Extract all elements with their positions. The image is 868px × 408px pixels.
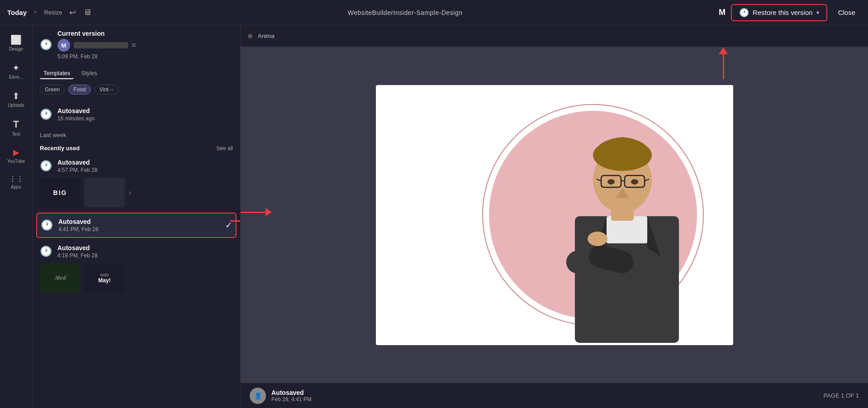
arrow-horiz-line — [241, 212, 266, 213]
version-item-457[interactable]: 🕐 Autosaved 4:57 PM, Feb 28 — [33, 154, 240, 178]
red-arrow-right — [230, 217, 241, 224]
history-icon-current: 🕐 — [40, 39, 52, 51]
sidebar-label-uploads: Uploads — [8, 103, 24, 108]
thumb-hello-may: hello May! — [98, 273, 110, 284]
tab-templates[interactable]: Templates — [40, 68, 74, 79]
main-layout: ⬜ Design ✦ Elem... ⬆ Uploads T Text ▶ Yo… — [0, 25, 868, 408]
sidebar-item-apps[interactable]: ⋮⋮ Apps — [3, 171, 30, 193]
sidebar-label-youtube: YouTube — [7, 159, 25, 164]
uploads-icon: ⬆ — [12, 90, 20, 101]
sidebar-label-design: Design — [9, 47, 23, 52]
restore-button-label: Restore this version — [753, 9, 813, 16]
thumb-big-label: BIG — [53, 189, 67, 196]
thumb-hello-label: hello — [98, 273, 110, 277]
current-version-thumb — [74, 42, 128, 48]
thumb-card-2 — [84, 178, 125, 207]
thumbnail-row-418: Abcd hello May! — [33, 263, 240, 296]
arrow-stem-up — [723, 54, 724, 79]
current-version-info: Current version M ≡ 5:09 PM, Feb 28 — [57, 30, 233, 60]
sidebar-label-apps: Apps — [11, 185, 21, 190]
history-icon-4: 🕐 — [40, 246, 52, 257]
undo-button[interactable]: ↩ — [69, 8, 76, 18]
version-name-2: Autosaved — [57, 159, 233, 166]
animate-bar: Anima — [241, 25, 868, 47]
status-time: Feb 28, 4:41 PM — [271, 396, 312, 403]
version-info-2: Autosaved 4:57 PM, Feb 28 — [57, 159, 233, 173]
current-version-avatar: M — [57, 39, 70, 52]
arrow-horiz-head — [266, 208, 272, 216]
topbar-today-label: Today — [7, 9, 27, 16]
canvas-preview — [241, 47, 868, 383]
topbar-center-title: WebsiteBuilderInsider-Sample-Design — [348, 9, 463, 16]
version-time-3: 4:41 PM, Feb 28 — [58, 226, 220, 232]
chevron-down-icon: ▾ — [816, 9, 819, 16]
version-item-441-selected[interactable]: 🕐 Autosaved 4:41 PM, Feb 28 ✓ — [36, 213, 237, 238]
youtube-icon: ▶ — [13, 147, 19, 157]
see-all-link[interactable]: See all — [216, 145, 233, 152]
current-version-label: Current version — [57, 30, 233, 37]
version-name-1: Autosaved — [57, 107, 233, 114]
recently-used-header: Recently used See all — [33, 140, 240, 154]
topbar: Today • Resize ↩ 🖥 WebsiteBuilderInsider… — [0, 0, 868, 25]
svg-point-6 — [588, 232, 607, 246]
templates-area: Templates Styles Green Food Vint→ — [33, 64, 240, 103]
version-name-4: Autosaved — [57, 244, 233, 251]
sidebar-item-youtube[interactable]: ▶ YouTube — [3, 144, 30, 167]
current-version-item[interactable]: 🕐 Current version M ≡ 5:09 PM, Feb 28 — [33, 25, 240, 64]
version-time-1: 16 minutes ago — [57, 115, 233, 122]
status-info: Autosaved Feb 28, 4:41 PM — [271, 389, 312, 403]
sidebar-item-elements[interactable]: ✦ Elem... — [3, 59, 30, 83]
current-version-time: 5:09 PM, Feb 28 — [57, 53, 233, 60]
thumb-cursive-label: Abcd — [55, 275, 66, 281]
restore-this-version-button[interactable]: 🕐 Restore this version ▾ — [731, 4, 827, 21]
monitor-button[interactable]: 🖥 — [83, 8, 91, 17]
canvas-area: Anima — [241, 25, 868, 408]
status-autosaved-label: Autosaved — [271, 389, 312, 396]
version-item-418[interactable]: 🕐 Autosaved 4:18 PM, Feb 28 — [33, 240, 240, 263]
animate-dot — [248, 34, 252, 38]
topbar-divider: • — [34, 8, 37, 17]
avatar-initial: M — [719, 8, 726, 17]
person-svg — [376, 85, 733, 345]
thumb-card-1: BIG — [40, 178, 81, 207]
version-time-2: 4:57 PM, Feb 28 — [57, 167, 233, 173]
resize-button[interactable]: Resize — [44, 9, 62, 16]
red-arrow-up — [719, 47, 728, 79]
sidebar-item-text[interactable]: T Text — [3, 115, 30, 140]
filter-icon: ≡ — [132, 41, 136, 49]
filter-green[interactable]: Green — [40, 85, 65, 95]
design-card — [376, 85, 733, 345]
icon-sidebar: ⬜ Design ✦ Elem... ⬆ Uploads T Text ▶ Yo… — [0, 25, 33, 408]
version-info-1: Autosaved 16 minutes ago — [57, 107, 233, 122]
svg-point-15 — [607, 179, 615, 185]
filter-food[interactable]: Food — [68, 85, 90, 95]
tab-styles[interactable]: Styles — [77, 68, 100, 79]
thumb-may-label: May! — [98, 277, 110, 284]
status-left: 👤 Autosaved Feb 28, 4:41 PM — [250, 388, 312, 404]
version-time-4: 4:18 PM, Feb 28 — [57, 252, 233, 259]
scroll-right-icon[interactable]: › — [128, 178, 132, 207]
sidebar-label-elements: Elem... — [9, 75, 23, 80]
elements-icon: ✦ — [12, 62, 20, 73]
version-item-441-inner: 🕐 Autosaved 4:41 PM, Feb 28 ✓ — [37, 213, 236, 237]
version-panel: 🕐 Current version M ≡ 5:09 PM, Feb 28 Te… — [33, 25, 241, 408]
topbar-left: Today • Resize ↩ 🖥 — [7, 8, 91, 18]
version-item-16min[interactable]: 🕐 Autosaved 16 minutes ago — [33, 103, 240, 126]
status-avatar: 👤 — [250, 388, 266, 404]
svg-point-16 — [631, 179, 638, 185]
history-icon-3: 🕐 — [41, 219, 53, 231]
sidebar-item-uploads[interactable]: ⬆ Uploads — [3, 87, 30, 111]
status-bar: 👤 Autosaved Feb 28, 4:41 PM PAGE 1 OF 1 — [241, 383, 868, 408]
sidebar-item-design[interactable]: ⬜ Design — [3, 31, 30, 55]
history-icon-1: 🕐 — [40, 109, 52, 120]
apps-icon: ⋮⋮ — [9, 175, 24, 183]
history-icon-2: 🕐 — [40, 160, 52, 172]
restore-icon: 🕐 — [739, 8, 749, 18]
design-icon: ⬜ — [10, 34, 22, 45]
sidebar-label-text: Text — [12, 132, 20, 137]
status-page-label: PAGE 1 OF 1 — [823, 392, 859, 399]
red-arrow-horizontal — [241, 208, 272, 216]
filter-vint[interactable]: Vint→ — [95, 85, 119, 95]
version-info-4: Autosaved 4:18 PM, Feb 28 — [57, 244, 233, 259]
close-button[interactable]: Close — [833, 6, 861, 19]
